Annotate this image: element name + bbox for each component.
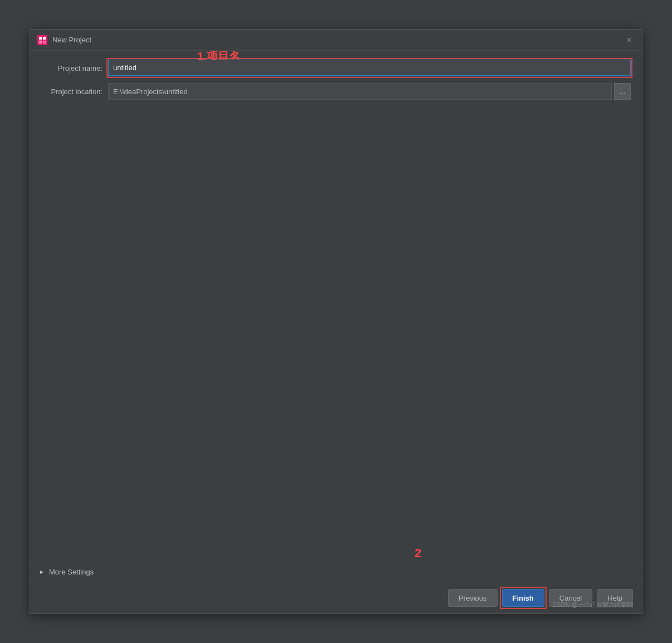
more-settings-toggle[interactable]: More Settings bbox=[30, 562, 642, 582]
project-location-input[interactable] bbox=[108, 83, 612, 100]
close-button[interactable]: × bbox=[623, 34, 635, 46]
finish-button[interactable]: Finish bbox=[502, 589, 544, 607]
finish-wrapper: Finish bbox=[502, 589, 544, 607]
project-name-input[interactable] bbox=[108, 60, 631, 76]
new-project-dialog: 1.项目名 New Project × Project name: bbox=[30, 29, 642, 614]
app-icon bbox=[37, 35, 48, 46]
more-settings-label: More Settings bbox=[49, 568, 94, 576]
watermark: CSDN @一个正在努力的菜鸡 bbox=[553, 601, 633, 609]
form-area: Project name: Project location: ... bbox=[30, 51, 642, 115]
content-area bbox=[30, 115, 642, 562]
svg-rect-3 bbox=[39, 41, 42, 43]
svg-rect-1 bbox=[39, 37, 42, 40]
title-bar: New Project × bbox=[30, 30, 642, 51]
project-name-row: Project name: bbox=[41, 60, 631, 76]
svg-rect-0 bbox=[37, 35, 47, 45]
svg-rect-4 bbox=[43, 41, 46, 43]
title-bar-left: New Project bbox=[37, 35, 91, 46]
bottom-section: More Settings 2 Previous Finish Cancel H… bbox=[30, 562, 642, 613]
expand-icon bbox=[39, 569, 45, 575]
project-location-label: Project location: bbox=[41, 87, 108, 96]
svg-rect-2 bbox=[43, 37, 46, 40]
project-name-wrapper bbox=[108, 60, 631, 76]
previous-button[interactable]: Previous bbox=[448, 589, 498, 607]
browse-button[interactable]: ... bbox=[614, 83, 631, 100]
dialog-title: New Project bbox=[52, 36, 91, 44]
project-name-label: Project name: bbox=[41, 64, 108, 72]
project-location-row: Project location: ... bbox=[41, 83, 631, 100]
button-bar: 2 Previous Finish Cancel Help bbox=[30, 582, 642, 613]
svg-marker-5 bbox=[40, 571, 43, 574]
